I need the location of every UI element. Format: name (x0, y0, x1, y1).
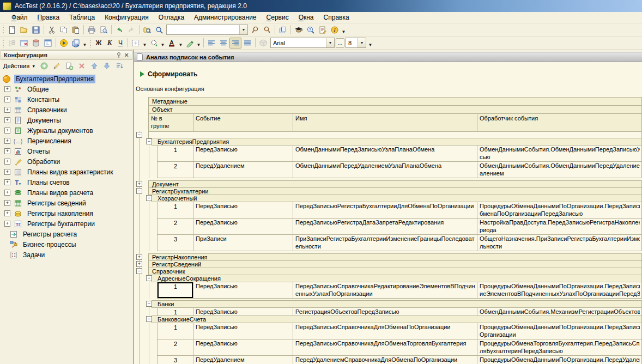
group-collapse-icon[interactable]: − (136, 268, 142, 274)
group-expand-icon[interactable]: + (136, 254, 142, 260)
tree-item-планы-видов-характеристик[interactable]: +Планы видов характеристик (0, 167, 133, 177)
number-cell[interactable]: 1 (158, 323, 193, 339)
group-collapse-icon[interactable]: − (136, 132, 142, 138)
form-editor-button[interactable] (42, 38, 54, 48)
group-expand-icon[interactable]: + (136, 181, 142, 187)
configuration-tree-button[interactable] (6, 38, 18, 48)
number-cell[interactable]: 2 (158, 339, 193, 355)
number-cell[interactable]: 1 (158, 202, 193, 218)
expand-icon[interactable]: + (4, 200, 10, 206)
sort-button[interactable] (113, 60, 125, 71)
expand-icon[interactable]: + (4, 138, 10, 144)
event-cell[interactable]: ПриЗаписи (193, 235, 293, 251)
highlight-dropdown[interactable]: ▼ (196, 38, 202, 48)
event-cell[interactable]: ПередЗаписью (193, 323, 293, 339)
cut-button[interactable] (46, 25, 58, 35)
handler-cell[interactable]: НастройкаПравДоступа.ПередЗаписьюРегистр… (477, 219, 641, 234)
menu-правка[interactable]: Правка (33, 13, 65, 22)
expand-icon[interactable]: + (4, 107, 10, 113)
tree-item-константы[interactable]: +Константы (0, 94, 133, 105)
expand-icon[interactable]: + (4, 117, 10, 123)
group-collapse-icon[interactable]: − (146, 316, 152, 322)
group-row[interactable]: РегистрСведений (148, 260, 642, 268)
italic-button[interactable]: К (104, 38, 115, 48)
tree-item-общие[interactable]: +Общие (0, 84, 133, 94)
align-left-button[interactable] (205, 38, 217, 48)
find-next-button[interactable] (249, 25, 261, 35)
expand-icon[interactable]: + (4, 128, 10, 134)
format-overflow-button[interactable]: ▼ (367, 38, 373, 48)
event-cell[interactable]: ПередЗаписью (193, 145, 293, 161)
generate-button[interactable]: Сформировать (140, 70, 642, 78)
update-db-configuration-button[interactable] (70, 38, 82, 48)
zoom-button[interactable] (153, 25, 165, 35)
name-cell[interactable]: ОбменДаннымиПередЗаписьюУзлаПланаОбмена (293, 145, 477, 161)
search-combobox[interactable]: ▼ (166, 25, 248, 35)
name-cell[interactable]: ПриЗаписиРегистраБухгалтерииИзменениеГра… (293, 235, 477, 251)
name-cell[interactable]: ПередЗаписьюРегистраДатаЗапретаРедактиро… (293, 219, 477, 234)
toolbar1-overflow-button[interactable]: ▼ (341, 25, 347, 35)
undo-button[interactable] (113, 25, 125, 35)
text-color-dropdown[interactable]: ▼ (178, 38, 184, 48)
group-row[interactable]: Справочник (148, 268, 642, 275)
font-combobox[interactable]: Arial▼ (270, 38, 335, 48)
handler-cell[interactable]: ПроцедурыОбменаТорговляБухгалтерия.Перед… (477, 339, 641, 355)
group-row[interactable]: РегистрНакопления (148, 253, 642, 261)
expand-icon[interactable]: + (4, 86, 10, 92)
expand-icon[interactable]: + (4, 221, 10, 227)
tree-item-регистры-накопления[interactable]: +Регистры накопления (0, 208, 133, 219)
group-row[interactable]: Документ (148, 180, 642, 188)
expand-icon[interactable]: + (4, 179, 10, 185)
column-header-handler[interactable]: Обработчик события (477, 114, 641, 131)
metadata-header-row[interactable]: Метаданные (148, 97, 642, 106)
menu-конфигурация[interactable]: Конфигурация (100, 13, 154, 22)
menu-сервис[interactable]: Сервис (262, 13, 294, 22)
window-copies-button[interactable] (277, 25, 289, 35)
name-cell[interactable]: ПередУдалениемСправочникаДляОбменаПоОрга… (293, 356, 477, 364)
paste-button[interactable] (70, 25, 82, 35)
event-cell[interactable]: ПередУдалением (193, 356, 293, 364)
handler-cell[interactable]: ОбменДаннымиСобытия.ОбменДаннымиПередЗап… (477, 145, 641, 161)
copy-add-button[interactable] (63, 60, 75, 71)
group-row[interactable]: БухгалтерияПредприятия (152, 138, 642, 145)
tree-item-бизнес-процессы[interactable]: Бизнес-процессы (0, 239, 133, 250)
actions-menu-button[interactable]: Действия▼ (1, 62, 38, 70)
group-row[interactable]: РегистрБухгалтерии (148, 187, 642, 195)
group-collapse-icon[interactable]: − (146, 138, 152, 144)
tree-item-обработки[interactable]: +Обработки (0, 156, 133, 167)
new-document-button[interactable] (6, 25, 18, 35)
name-cell[interactable]: ПередЗаписьюСправочникаДляОбменаПоОргани… (293, 323, 477, 339)
menu-таблица[interactable]: Таблица (64, 13, 100, 22)
handler-cell[interactable]: ОбщегоНазначения.ПриЗаписиРегистраБухгал… (477, 235, 641, 251)
column-header-event[interactable]: Событие (193, 114, 293, 131)
open-button[interactable] (18, 25, 30, 35)
expand-icon[interactable]: + (4, 96, 10, 102)
event-cell[interactable]: ПередЗаписью (193, 308, 293, 316)
menu-справка[interactable]: Справка (319, 13, 354, 22)
menu-окна[interactable]: Окна (294, 13, 319, 22)
font-size-combobox-dropdown-icon[interactable]: ▼ (358, 38, 366, 47)
expand-icon[interactable]: + (4, 190, 10, 196)
tree-item-регистры-сведений[interactable]: +Регистры сведений (0, 198, 133, 208)
align-center-button[interactable] (217, 38, 229, 48)
move-down-button[interactable] (101, 60, 113, 71)
event-cell[interactable]: ПередЗаписью (193, 282, 293, 298)
number-cell[interactable]: 3 (158, 235, 193, 251)
expand-icon[interactable]: + (4, 169, 10, 175)
handler-cell[interactable]: ОбменДаннымиСобытия.МеханизмРегистрацииО… (477, 308, 641, 316)
event-cell[interactable]: ПередЗаписью (193, 339, 293, 355)
tree-item-перечисления[interactable]: +{…}Перечисления (0, 136, 133, 146)
column-header-name[interactable]: Имя (293, 114, 477, 131)
name-cell[interactable]: ПередЗаписьюРегистраБухгалтерииДляОбмена… (293, 202, 477, 218)
menu-администрирование[interactable]: Администрирование (189, 13, 261, 22)
debug-overflow-button[interactable]: ▼ (82, 38, 88, 48)
number-cell[interactable]: 2 (158, 219, 193, 234)
underline-button[interactable]: Ч (115, 38, 126, 48)
borders-dropdown[interactable]: ▼ (142, 38, 148, 48)
event-cell[interactable]: ПередЗаписью (193, 202, 293, 218)
search-combobox-dropdown-icon[interactable]: ▼ (239, 25, 247, 34)
group-collapse-icon[interactable]: − (146, 301, 152, 307)
font-more-button[interactable]: ... (336, 38, 344, 48)
3d-view-button[interactable] (257, 38, 269, 48)
tree-item-планы-счетов[interactable]: +ТтПланы счетов (0, 177, 133, 187)
